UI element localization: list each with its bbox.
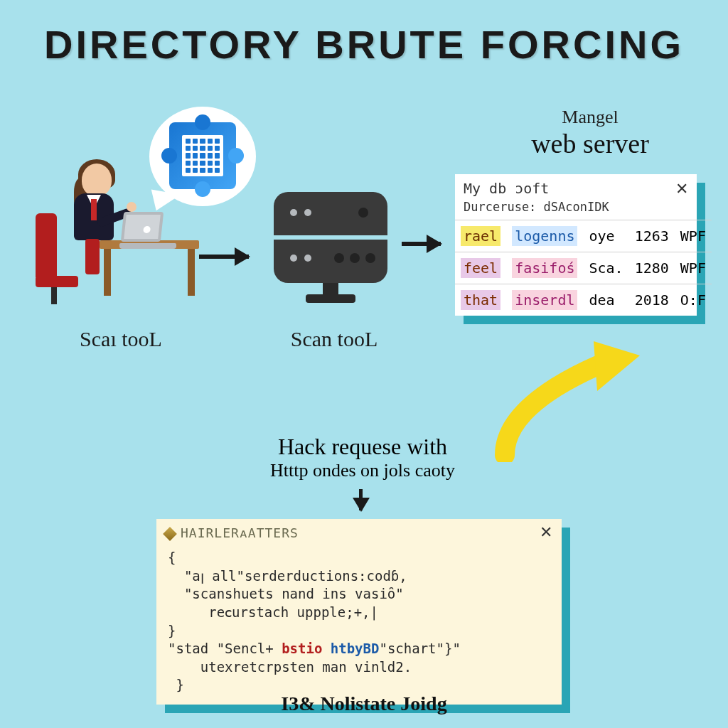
cell: logenns [512,226,577,246]
arrow-to-server-icon [199,255,249,259]
request-description: Hack requese with Htttp ondes on jols ca… [178,434,547,481]
cell: rael [461,226,500,246]
cell: feel [461,258,500,278]
scan-tool-server-icon [270,192,391,313]
cell: 1263 [629,220,675,252]
results-table: rael logenns oye 1263 WPF feel fasifoś S… [455,220,712,316]
cell: 1280 [629,252,675,284]
cell: fasifoś [512,258,577,278]
scan-tool-label: Scan tooL [263,327,405,351]
cell: dea [583,284,628,316]
cell: WPF [675,252,712,284]
close-icon[interactable]: ✕ [540,523,553,542]
arrow-down-icon [359,489,363,510]
cell: WPF [675,220,712,252]
cell: O:F [675,284,712,316]
speech-bubble [149,107,256,206]
wordlist-puzzle-icon [169,122,236,189]
code-window-title: HAIRLERᴀATTERS [181,525,299,540]
table-row: rael logenns oye 1263 WPF [455,220,712,252]
laptop-icon [119,212,176,247]
web-server-big-label: web server [483,128,697,159]
results-window: My db ɔoft ✕ Durceruse: dSAconIDK rael l… [455,174,697,316]
svg-marker-0 [594,341,640,391]
cell: that [461,290,500,310]
cell: Sca. [583,252,628,284]
code-body: { "aꞁ all"serderductions:codɓ, "scanshue… [156,546,562,705]
code-window: HAIRLERᴀATTERS ✕ { "aꞁ all"serderduction… [156,519,562,705]
mid-line1-bold: Hack requese [278,434,401,459]
page-title: DIRECTORY BRUTE FORCING [0,0,728,68]
footer-text: I3& Nolistate Joidg [0,692,728,715]
mid-line2: Htttp ondes on jols caoty [178,460,547,481]
results-window-subtitle: Durceruse: dSAconIDK [455,200,697,220]
mid-line1-thin: with [401,434,447,459]
web-server-label: Mangel web server [483,107,697,159]
cell: inserdl [512,290,577,310]
results-window-title: My db ɔoft [464,180,549,197]
attacker-label: Scaı tooL [57,327,185,351]
cell: 2018 [629,284,675,316]
cell: oye [583,220,628,252]
web-server-small-label: Mangel [483,107,697,128]
arrow-to-webserver-icon [402,242,441,246]
diamond-icon [163,527,177,541]
table-row: feel fasifoś Sca. 1280 WPF [455,252,712,284]
table-row: that inserdl dea 2018 O:F [455,284,712,316]
close-icon[interactable]: ✕ [675,180,688,198]
desk-icon [100,240,199,297]
